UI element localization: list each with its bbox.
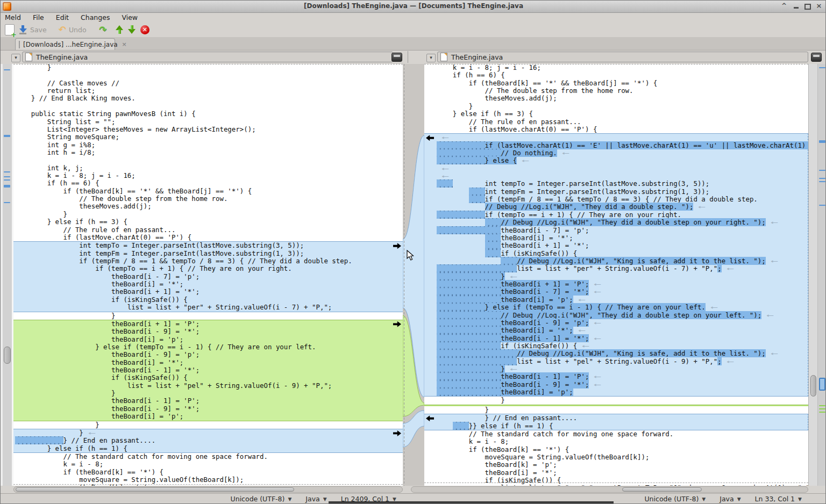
cursor-position[interactable]: Ln 33, Col 1▼ — [755, 495, 802, 503]
redo-icon: ↷ — [99, 25, 107, 34]
newline-marker-icon: ← — [510, 273, 517, 280]
chevron-down-icon: ▼ — [798, 496, 802, 502]
code-line: } else {← — [424, 157, 808, 164]
syntax-selector[interactable]: Java▼ — [720, 495, 740, 503]
code-line: if (tempTo == i + 1) { // They are on yo… — [13, 265, 403, 272]
code-line: ← — [424, 172, 808, 180]
right-vscroll-thumb[interactable] — [810, 375, 816, 397]
diff-map-tick — [819, 140, 825, 143]
undo-button[interactable]: ↶ Undo — [59, 23, 87, 36]
newline-marker-icon: ← — [594, 373, 601, 380]
code-line: // Debug //Log.i("WJH", "They did a doub… — [424, 312, 808, 319]
left-pane-menu-button[interactable]: ▾ — [11, 54, 20, 62]
code-line: if (theBoard[k] == '*' && theBoard[j] ==… — [13, 188, 403, 195]
code-line: theBoard[i - 9] = '*'; — [13, 405, 403, 413]
meld-window: [Downloads] TheEngine.java — [Documents]… — [0, 0, 826, 504]
push-change-right-arrow[interactable] — [393, 321, 401, 327]
newline-marker-icon: ← — [594, 280, 601, 288]
code-line: }← — [424, 365, 808, 373]
code-line: // Do nothing.← — [424, 149, 808, 157]
changed-chunk: } // End en passant.... }} else if (h ==… — [424, 414, 808, 430]
code-line: if (h == 6) { — [13, 179, 403, 187]
save-label: Save — [30, 26, 47, 34]
file-icon — [25, 53, 32, 61]
code-line: theBoard[i + 1] = '*'; — [13, 288, 403, 296]
code-line: int k, j; — [13, 164, 403, 172]
left-hscroll-thumb[interactable] — [16, 487, 294, 492]
code-line: }← — [424, 273, 808, 280]
code-line: theBoard[i - 9] = '*'; — [13, 328, 403, 335]
right-hscroll-thumb[interactable] — [622, 487, 702, 492]
diff-link-map — [403, 64, 424, 486]
syntax-selector[interactable]: Java▼ — [305, 495, 326, 503]
newline-marker-icon: ← — [594, 335, 601, 342]
menu-file[interactable]: File — [33, 13, 44, 21]
diff-map-tick — [819, 67, 825, 68]
newline-marker-icon: ← — [771, 219, 778, 226]
right-file-manager-icon[interactable] — [811, 53, 822, 62]
encoding-selector[interactable]: Unicode (UTF-8)▼ — [644, 495, 706, 503]
left-scrollbar-rail[interactable] — [1, 64, 13, 486]
diff-map-viewport-indicator[interactable] — [819, 378, 825, 391]
menu-edit[interactable]: Edit — [56, 13, 69, 21]
right-pane-menu-button[interactable]: ▾ — [426, 54, 436, 62]
push-change-right-arrow[interactable] — [393, 243, 401, 249]
right-vertical-scrollbar[interactable] — [808, 64, 818, 486]
newline-marker-icon: ← — [594, 319, 601, 327]
code-line: theBoard[i] = '*';← — [424, 327, 808, 334]
stop-button[interactable]: ✕ — [140, 23, 149, 36]
background-window-edge — [329, 501, 614, 504]
newline-marker-icon: ← — [582, 342, 589, 350]
chunk-boundary-line — [424, 64, 808, 64]
code-line: theBoard[i - 7] = '*';← — [424, 288, 808, 296]
left-vscroll-thumb[interactable] — [4, 347, 11, 364]
newline-marker-icon: ← — [766, 312, 774, 319]
left-horizontal-scrollbar[interactable] — [13, 486, 403, 493]
chevron-down-icon: ▼ — [702, 496, 706, 502]
newline-marker-icon: ← — [442, 172, 449, 180]
code-line: theBoard[i] = '*'; — [13, 280, 403, 288]
push-change-left-arrow[interactable] — [426, 415, 434, 421]
right-diff-map[interactable] — [817, 64, 826, 486]
tab-close-icon[interactable]: × — [122, 41, 127, 48]
left-filename-entry[interactable]: TheEngine.java — [22, 52, 393, 62]
newline-marker-icon: ← — [88, 429, 96, 437]
new-file-icon: + — [5, 24, 15, 35]
push-change-right-arrow[interactable] — [393, 430, 401, 436]
diff-map-tick — [819, 412, 825, 413]
code-line: // The standard catch for moving one spa… — [424, 430, 808, 438]
right-editor-pane[interactable]: k = i - 8; j = i - 16; if (h == 6) { if … — [424, 64, 808, 486]
next-change-button[interactable] — [128, 23, 136, 36]
shade-window-button[interactable]: ^ — [779, 2, 789, 10]
horizontal-scrollbars — [1, 486, 826, 493]
code-line: list = list + "per" + String.valueOf(i -… — [424, 265, 808, 272]
left-editor-pane[interactable]: } // Castle moves // return list; } // E… — [13, 64, 403, 486]
redo-button[interactable]: ↷ — [99, 23, 107, 36]
menu-changes[interactable]: Changes — [81, 13, 110, 21]
file-icon — [440, 53, 447, 61]
titlebar[interactable]: [Downloads] TheEngine.java — [Documents]… — [1, 1, 826, 13]
code-line: if (isKingSafe()) {← — [424, 342, 808, 350]
save-button[interactable]: Save — [19, 23, 47, 36]
close-window-button[interactable]: × — [814, 2, 824, 10]
code-line: theBoard[i - 1] = '*';← — [424, 335, 808, 342]
right-filename-entry[interactable]: TheEngine.java — [437, 52, 808, 62]
minimize-button[interactable] — [791, 2, 801, 10]
code-line: if (lastMove.charAt(1) == 'E' || lastMov… — [424, 142, 808, 149]
maximize-button[interactable] — [803, 2, 813, 10]
push-change-left-arrow[interactable] — [426, 135, 434, 141]
code-line: if (lastMove.charAt(0) == 'P') { — [13, 234, 403, 241]
left-file-manager-icon[interactable] — [391, 53, 402, 62]
code-line: k = i - 8; — [13, 460, 403, 468]
new-comparison-button[interactable]: + — [5, 23, 15, 36]
chevron-down-icon: ▼ — [288, 496, 291, 502]
previous-change-button[interactable] — [116, 23, 124, 36]
right-horizontal-scrollbar[interactable] — [411, 486, 808, 493]
tab-comparison[interactable]: [Downloads] ...heEngine.java × — [15, 38, 115, 50]
code-line: } — [424, 397, 808, 404]
encoding-selector[interactable]: Unicode (UTF-8)▼ — [231, 495, 292, 503]
toolbar: + Save ↶ Undo ↷ ✕ — [1, 22, 826, 38]
code-line: if (isKingSafe()) { — [13, 296, 403, 304]
menu-meld[interactable]: Meld — [5, 13, 21, 21]
menu-view[interactable]: View — [122, 13, 138, 21]
